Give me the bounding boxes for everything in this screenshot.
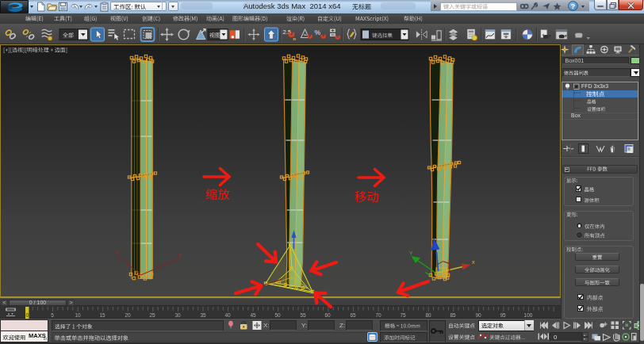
svg-text:0: 0 [26,312,29,318]
svg-text:20: 20 [125,312,131,318]
svg-text:50: 50 [274,312,281,318]
svg-text:45: 45 [250,312,256,318]
svg-text:X: X [178,253,182,258]
svg-text:5: 5 [51,312,54,318]
svg-text:10: 10 [75,312,81,318]
svg-text:90: 90 [475,312,481,318]
svg-text:%: % [315,29,321,36]
svg-text:z: z [292,228,294,233]
svg-text:100: 100 [524,312,533,318]
svg-text:65: 65 [350,312,356,318]
svg-text:Y: Y [115,250,119,255]
svg-text:35: 35 [200,312,206,318]
svg-text:40: 40 [224,312,231,318]
svg-text:30: 30 [174,312,181,318]
svg-text:Y: Y [409,250,413,256]
svg-text:n: n [293,36,296,41]
svg-text:25: 25 [149,312,155,318]
svg-text:80: 80 [425,312,431,318]
svg-text:75: 75 [400,312,406,318]
svg-text:15: 15 [99,312,105,318]
svg-text:60: 60 [324,312,331,318]
svg-text:85: 85 [450,312,456,318]
svg-text:55: 55 [300,312,306,318]
svg-text:95: 95 [500,312,506,318]
svg-text:x: x [472,259,475,265]
svg-text:70: 70 [375,312,381,318]
